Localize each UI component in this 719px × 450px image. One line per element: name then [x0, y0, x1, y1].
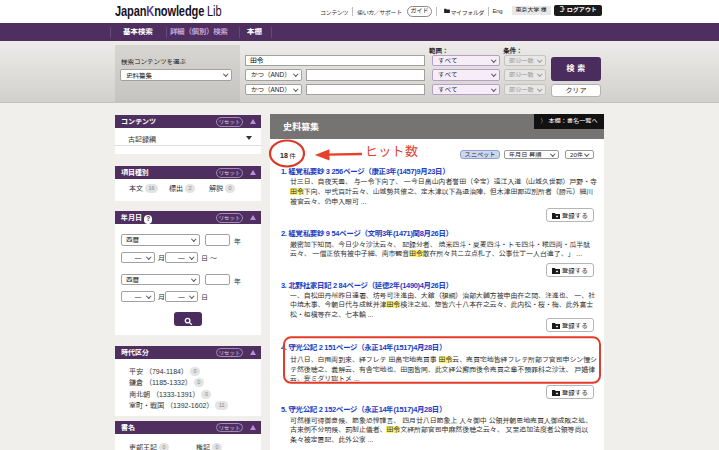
svg-text:ヒット数: ヒット数 — [365, 144, 418, 159]
